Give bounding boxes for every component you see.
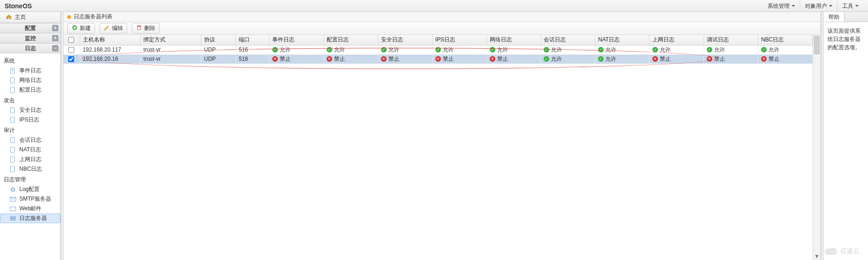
top-right-menu: 系统管理 对象用户 工具 [763, 0, 863, 12]
svg-rect-10 [11, 166, 15, 171]
menu-target-user[interactable]: 对象用户 [800, 0, 837, 12]
edit-button-label: 编辑 [112, 24, 123, 32]
group-audit: 审计 [0, 125, 60, 135]
sidebar-item-online-log[interactable]: 上网日志 [0, 155, 60, 164]
col-online[interactable]: 上网日志 [650, 35, 704, 45]
status-label: 禁止 [497, 55, 508, 63]
svg-rect-2 [12, 70, 14, 71]
menu-sys-mgmt[interactable]: 系统管理 [763, 0, 800, 12]
row-checkbox[interactable] [68, 47, 74, 53]
sidebar-item-label: Log配置 [19, 185, 40, 193]
edit-button[interactable]: 编辑 [100, 23, 127, 34]
help-panel: 帮助 该页面提供系统日志服务器的配置选项。 [824, 12, 868, 260]
status-label: 允许 [334, 46, 345, 54]
cell-proto: UDP [201, 45, 235, 54]
mail-icon [9, 196, 17, 202]
nav-accordion: 配置 + 监控 + 日志 – 系统 事件日志 网络日志 [0, 23, 60, 260]
col-port[interactable]: 端口 [236, 35, 270, 45]
sidebar-item-event-log[interactable]: 事件日志 [0, 66, 60, 75]
col-bind[interactable]: 绑定方式 [141, 35, 201, 45]
brand: StoneOS [5, 2, 32, 10]
left-column: 主页 配置 + 监控 + 日志 – 系统 事件日志 [0, 12, 61, 260]
col-proto[interactable]: 协议 [201, 35, 235, 45]
select-all-checkbox[interactable] [68, 37, 74, 43]
status-label: 允许 [660, 46, 671, 54]
sidebar-item-network-log[interactable]: 网络日志 [0, 75, 60, 85]
help-tabs: 帮助 [824, 12, 868, 22]
sidebar-item-session-log[interactable]: 会话日志 [0, 135, 60, 145]
cell-host: 192.168.20.18 [80, 54, 141, 64]
expand-icon[interactable]: + [52, 25, 59, 31]
sidebar-item-ips-log[interactable]: IPS日志 [0, 115, 60, 125]
sidebar-item-config-log[interactable]: 配置日志 [0, 85, 60, 95]
status-label: 允许 [605, 46, 616, 54]
sidebar-item-label: 日志服务器 [19, 214, 47, 222]
sidebar-item-nat-log[interactable]: NAT日志 [0, 145, 60, 155]
cell-port: 516 [236, 45, 270, 54]
cell-status: ✓允许 [650, 45, 704, 54]
acc-log[interactable]: 日志 – [0, 43, 60, 53]
cell-checkbox[interactable] [64, 54, 80, 64]
col-session[interactable]: 会话日志 [541, 35, 595, 45]
help-tab[interactable]: 帮助 [824, 12, 845, 22]
sidebar-item-web-mail[interactable]: Web邮件 [0, 204, 60, 214]
cell-checkbox[interactable] [64, 45, 80, 54]
col-nat[interactable]: NAT日志 [595, 35, 650, 45]
cross-icon: ✕ [327, 56, 332, 62]
sidebar-item-nbc-log[interactable]: NBC日志 [0, 164, 60, 174]
sidebar-item-security-log[interactable]: 安全日志 [0, 105, 60, 115]
svg-rect-1 [12, 69, 14, 69]
cell-status: ✓允许 [541, 45, 595, 54]
col-event[interactable]: 事件日志 [269, 35, 323, 45]
expand-icon[interactable]: + [52, 35, 59, 41]
table-header-row: 主机名称 绑定方式 协议 端口 事件日志 配置日志 安全日志 IPS日志 网络日… [64, 35, 813, 45]
dot-icon [67, 15, 71, 19]
cell-status: ✕禁止 [704, 54, 758, 64]
acc-monitor[interactable]: 监控 + [0, 33, 60, 43]
status-label: 允许 [280, 46, 291, 54]
row-checkbox[interactable] [68, 56, 74, 62]
status-label: 禁止 [443, 55, 454, 63]
scroll-thumb[interactable] [814, 36, 820, 54]
cell-status: ✓允许 [378, 45, 432, 54]
table-row[interactable]: 192.168.20.18trust-vrUDP518✕禁止✕禁止✕禁止✕禁止✕… [64, 54, 813, 64]
grid-wrap: 主机名称 绑定方式 协议 端口 事件日志 配置日志 安全日志 IPS日志 网络日… [64, 35, 821, 260]
acc-config[interactable]: 配置 + [0, 23, 60, 33]
col-security[interactable]: 安全日志 [378, 35, 432, 45]
cell-status: ✕禁止 [432, 54, 487, 64]
cell-status: ✓允许 [487, 45, 541, 54]
check-icon: ✓ [544, 56, 549, 62]
cell-status: ✓允许 [269, 45, 323, 54]
acc-log-label: 日志 [25, 45, 36, 52]
col-nbc[interactable]: NBC日志 [758, 35, 812, 45]
collapse-icon[interactable]: – [52, 45, 59, 52]
pencil-icon [104, 24, 110, 32]
sidebar-item-smtp-server[interactable]: SMTP服务器 [0, 194, 60, 204]
gear-icon [9, 186, 17, 193]
delete-button[interactable]: 删除 [132, 23, 159, 34]
new-button[interactable]: 新建 [67, 23, 95, 34]
page-icon [9, 77, 17, 84]
toolbar: 新建 编辑 删除 [64, 22, 821, 35]
svg-rect-17 [138, 26, 141, 29]
status-label: 禁止 [388, 55, 399, 63]
cell-status: ✓允许 [323, 45, 378, 54]
col-config[interactable]: 配置日志 [323, 35, 378, 45]
vertical-scrollbar[interactable]: ▲ ▼ [813, 35, 821, 260]
col-ips[interactable]: IPS日志 [432, 35, 487, 45]
menu-tools[interactable]: 工具 [837, 0, 863, 12]
acc-monitor-label: 监控 [25, 35, 36, 42]
sidebar-item-log-server[interactable]: 日志服务器 [0, 214, 60, 223]
tab-home-label: 主页 [15, 13, 26, 21]
app-header: StoneOS 系统管理 对象用户 工具 [0, 0, 868, 12]
tab-home[interactable]: 主页 [0, 12, 61, 23]
table-row[interactable]: 192.168.20.117trust-vrUDP516✓允许✓允许✓允许✓允许… [64, 45, 813, 54]
sidebar-item-label: 上网日志 [19, 156, 41, 163]
col-checkbox[interactable] [64, 35, 80, 45]
cell-status: ✕禁止 [487, 54, 541, 64]
col-host[interactable]: 主机名称 [80, 35, 141, 45]
col-network[interactable]: 网络日志 [487, 35, 541, 45]
sidebar-item-log-config[interactable]: Log配置 [0, 185, 60, 194]
scroll-down-icon[interactable]: ▼ [813, 253, 821, 260]
col-debug[interactable]: 调试日志 [704, 35, 758, 45]
